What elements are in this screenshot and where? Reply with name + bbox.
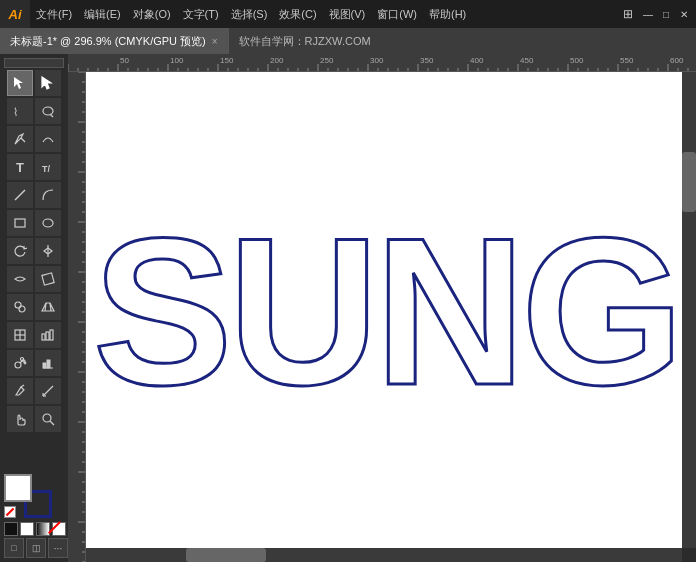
width-tool[interactable] bbox=[7, 266, 33, 292]
svg-line-31 bbox=[21, 385, 24, 387]
graph-tool[interactable] bbox=[35, 322, 61, 348]
paint-tools-row bbox=[7, 322, 61, 348]
menu-edit[interactable]: 编辑(E) bbox=[78, 0, 127, 28]
svg-marker-14 bbox=[42, 303, 54, 311]
svg-text:600: 600 bbox=[670, 56, 684, 65]
svg-point-35 bbox=[43, 414, 51, 422]
zoom-tool[interactable] bbox=[35, 406, 61, 432]
bottom-mode-icons: □ ◫ ··· bbox=[4, 538, 68, 558]
perspective-grid-tool[interactable] bbox=[35, 294, 61, 320]
measure-tool[interactable] bbox=[35, 378, 61, 404]
svg-point-13 bbox=[19, 306, 25, 312]
scroll-corner bbox=[682, 548, 696, 562]
svg-rect-21 bbox=[46, 332, 49, 340]
ruler-indicator bbox=[4, 58, 64, 68]
svg-text:⌇: ⌇ bbox=[13, 106, 18, 118]
slice-tools-row bbox=[7, 350, 61, 376]
menu-help[interactable]: 帮助(H) bbox=[423, 0, 472, 28]
none-swatch[interactable] bbox=[52, 522, 66, 536]
app-logo: Ai bbox=[0, 0, 30, 28]
change-screen-mode-button[interactable]: □ bbox=[4, 538, 24, 558]
black-swatch[interactable] bbox=[4, 522, 18, 536]
eyedropper-tool[interactable] bbox=[7, 378, 33, 404]
rotate-tool[interactable] bbox=[7, 238, 33, 264]
title-bar: Ai 文件(F) 编辑(E) 对象(O) 文字(T) 选择(S) 效果(C) 视… bbox=[0, 0, 696, 28]
svg-marker-1 bbox=[42, 77, 51, 89]
svg-line-36 bbox=[50, 421, 54, 425]
mesh-tool[interactable] bbox=[7, 322, 33, 348]
more-tools-button[interactable]: ··· bbox=[48, 538, 68, 558]
top-ruler: // ruler ticks will be drawn via JS belo… bbox=[68, 54, 696, 72]
active-tab[interactable]: 未标题-1* @ 296.9% (CMYK/GPU 预览) × bbox=[0, 28, 229, 54]
svg-point-27 bbox=[24, 362, 26, 364]
minimize-button[interactable]: — bbox=[640, 6, 656, 22]
window-controls: — □ ✕ bbox=[640, 6, 696, 22]
hand-tool[interactable] bbox=[7, 406, 33, 432]
reflect-tool[interactable] bbox=[35, 238, 61, 264]
svg-rect-22 bbox=[50, 330, 53, 340]
touch-type-tool[interactable]: T/ bbox=[35, 154, 61, 180]
grid-icon[interactable]: ⊞ bbox=[616, 2, 640, 26]
svg-text:450: 450 bbox=[520, 56, 534, 65]
svg-text:350: 350 bbox=[420, 56, 434, 65]
menu-bar: 文件(F) 编辑(E) 对象(O) 文字(T) 选择(S) 效果(C) 视图(V… bbox=[30, 0, 616, 28]
svg-rect-121 bbox=[68, 72, 86, 562]
svg-text:50: 50 bbox=[120, 56, 129, 65]
fill-stroke-indicator[interactable] bbox=[4, 474, 56, 520]
svg-text:250: 250 bbox=[320, 56, 334, 65]
menu-view[interactable]: 视图(V) bbox=[323, 0, 372, 28]
fill-color-swatch[interactable] bbox=[4, 474, 32, 502]
menu-effect[interactable]: 效果(C) bbox=[273, 0, 322, 28]
pen-tool[interactable] bbox=[7, 126, 33, 152]
menu-select[interactable]: 选择(S) bbox=[225, 0, 274, 28]
tab-close-button[interactable]: × bbox=[212, 36, 218, 47]
lasso-tool[interactable] bbox=[35, 98, 61, 124]
warp-tool[interactable]: ⌇ bbox=[7, 98, 33, 124]
line-segment-tool[interactable] bbox=[7, 182, 33, 208]
shape-tools-row bbox=[7, 210, 61, 236]
svg-marker-0 bbox=[14, 77, 23, 89]
svg-line-7 bbox=[15, 190, 25, 200]
menu-object[interactable]: 对象(O) bbox=[127, 0, 177, 28]
white-swatch[interactable] bbox=[20, 522, 34, 536]
canvas-area: // ruler ticks will be drawn via JS belo… bbox=[68, 54, 696, 562]
shape-builder-tool[interactable] bbox=[7, 294, 33, 320]
svg-rect-29 bbox=[43, 363, 46, 368]
symbol-tools-row bbox=[7, 294, 61, 320]
svg-line-5 bbox=[21, 138, 25, 142]
select-tool[interactable] bbox=[7, 70, 33, 96]
horizontal-scrollbar[interactable] bbox=[86, 548, 682, 562]
svg-line-32 bbox=[43, 386, 53, 396]
left-ruler bbox=[68, 72, 86, 562]
hand-tools-row bbox=[7, 406, 61, 432]
maximize-button[interactable]: □ bbox=[658, 6, 674, 22]
tab-label: 未标题-1* @ 296.9% (CMYK/GPU 预览) bbox=[10, 34, 206, 49]
svg-text:T/: T/ bbox=[42, 164, 50, 174]
shapebuilder-tools-row bbox=[7, 266, 61, 292]
curvature-tool[interactable] bbox=[35, 126, 61, 152]
column-graph-tool[interactable] bbox=[35, 350, 61, 376]
line-tools-row bbox=[7, 182, 61, 208]
svg-text:400: 400 bbox=[470, 56, 484, 65]
vertical-scrollbar[interactable] bbox=[682, 72, 696, 548]
menu-text[interactable]: 文字(T) bbox=[177, 0, 225, 28]
menu-window[interactable]: 窗口(W) bbox=[371, 0, 423, 28]
svg-text:200: 200 bbox=[270, 56, 284, 65]
free-transform-tool[interactable] bbox=[35, 266, 61, 292]
type-tools-row: T T/ bbox=[7, 154, 61, 180]
direct-select-tool[interactable] bbox=[35, 70, 61, 96]
symbol-sprayer-tool[interactable] bbox=[7, 350, 33, 376]
svg-text:100: 100 bbox=[170, 56, 184, 65]
tab-extra-info: 软件自学网：RJZXW.COM bbox=[229, 28, 381, 54]
type-tool[interactable]: T bbox=[7, 154, 33, 180]
close-button[interactable]: ✕ bbox=[676, 6, 692, 22]
drawing-mode-button[interactable]: ◫ bbox=[26, 538, 46, 558]
transform-tools-row bbox=[7, 238, 61, 264]
ellipse-tool[interactable] bbox=[35, 210, 61, 236]
menu-file[interactable]: 文件(F) bbox=[30, 0, 78, 28]
rect-tool[interactable] bbox=[7, 210, 33, 236]
selection-tools-row bbox=[7, 70, 61, 96]
gradient-swatch[interactable] bbox=[36, 522, 50, 536]
arc-tool[interactable] bbox=[35, 182, 61, 208]
toolbar: ⌇ T T/ bbox=[0, 54, 68, 562]
